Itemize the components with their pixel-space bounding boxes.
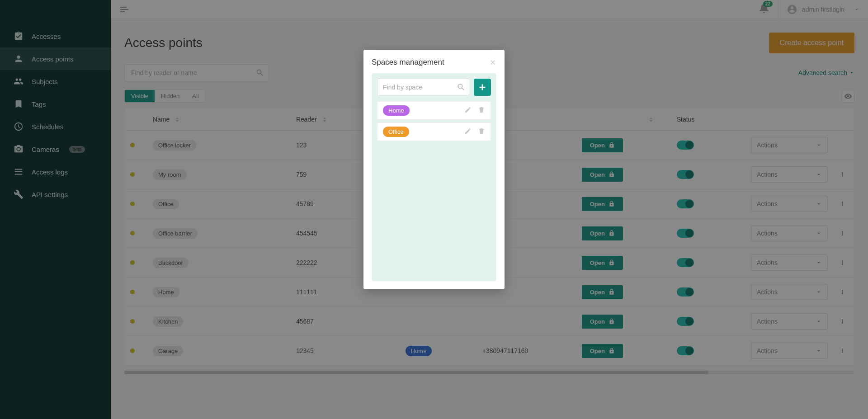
space-pill: Home	[383, 105, 410, 116]
delete-space-button[interactable]	[478, 127, 485, 137]
close-icon[interactable]	[489, 59, 496, 66]
modal-overlay: Spaces management HomeOffice	[0, 0, 868, 419]
delete-space-button[interactable]	[478, 106, 485, 115]
edit-space-button[interactable]	[464, 127, 472, 137]
edit-space-button[interactable]	[464, 106, 472, 115]
add-space-button[interactable]	[474, 79, 491, 96]
space-search-input[interactable]	[377, 79, 469, 96]
space-row: Office	[377, 122, 491, 141]
space-pill: Office	[383, 127, 409, 137]
space-row: Home	[377, 101, 491, 120]
plus-icon	[477, 82, 487, 92]
spaces-management-modal: Spaces management HomeOffice	[363, 50, 505, 289]
search-icon	[457, 83, 466, 92]
modal-title: Spaces management	[372, 58, 444, 67]
